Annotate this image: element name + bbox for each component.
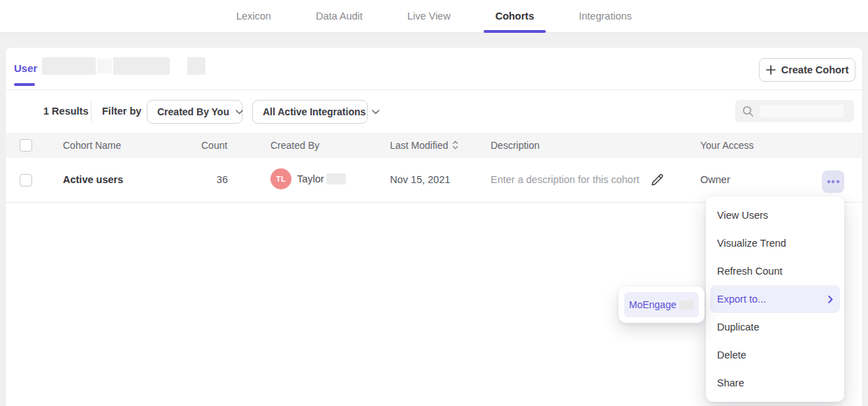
nav-tab-lexicon[interactable]: Lexicon	[224, 0, 283, 32]
divider	[91, 101, 92, 122]
nav-tab-data-audit[interactable]: Data Audit	[304, 0, 375, 32]
created-by-cell: TL Taylor	[270, 168, 346, 189]
redacted-tab[interactable]	[187, 57, 205, 75]
menu-item-visualize-trend[interactable]: Visualize Trend	[706, 229, 844, 257]
edit-description-pencil-icon[interactable]	[650, 173, 665, 187]
redacted-creator-surname	[326, 173, 346, 184]
redacted-search-placeholder	[760, 105, 844, 117]
header-description: Description	[491, 140, 540, 151]
results-count: 1 Results	[43, 106, 88, 117]
nav-tab-live-view[interactable]: Live View	[396, 0, 463, 32]
active-integrations-dropdown-value: All Active Integrations	[263, 106, 366, 117]
menu-item-delete[interactable]: Delete	[706, 341, 844, 369]
redacted-tab[interactable]	[113, 57, 170, 75]
more-options-icon	[827, 180, 830, 183]
create-cohort-label: Create Cohort	[781, 64, 849, 75]
header-last-modified[interactable]: Last Modified	[390, 140, 458, 152]
row-checkbox[interactable]	[20, 174, 32, 187]
last-modified-cell: Nov 15, 2021	[390, 174, 450, 185]
menu-item-share[interactable]: Share	[706, 369, 844, 397]
search-icon	[742, 105, 754, 117]
tab-user-underline	[14, 83, 35, 86]
access-cell: Owner	[700, 174, 730, 185]
created-by-dropdown-value: Created By You	[157, 106, 229, 117]
cohort-type-tabs: User Create Cohort	[6, 48, 862, 90]
create-cohort-button[interactable]: Create Cohort	[759, 58, 855, 82]
chevron-down-icon	[236, 110, 243, 115]
filter-by-label: Filter by	[102, 106, 141, 117]
top-navigation: Lexicon Data Audit Live View Cohorts Int…	[0, 0, 868, 33]
header-cohort-name: Cohort Name	[63, 140, 121, 151]
menu-item-refresh-count[interactable]: Refresh Count	[706, 257, 844, 285]
row-more-options-button[interactable]	[822, 171, 844, 193]
cohort-name-cell[interactable]: Active users	[63, 174, 123, 185]
menu-item-duplicate[interactable]: Duplicate	[706, 313, 844, 341]
sort-icon	[452, 140, 458, 152]
header-created-by: Created By	[270, 140, 319, 151]
header-last-modified-label: Last Modified	[390, 140, 448, 151]
header-count: Count	[201, 140, 227, 151]
created-by-dropdown[interactable]: Created By You	[147, 100, 243, 124]
tab-user[interactable]: User	[14, 62, 37, 74]
table-header-row: Cohort Name Count Created By Last Modifi…	[6, 133, 862, 158]
nav-tab-integrations[interactable]: Integrations	[567, 0, 644, 32]
redacted-submenu-suffix	[679, 300, 694, 310]
redacted-tab[interactable]	[42, 57, 96, 75]
select-all-checkbox[interactable]	[20, 139, 32, 152]
count-cell: 36	[201, 174, 228, 185]
search-input[interactable]	[735, 100, 854, 122]
menu-item-export-to[interactable]: Export to...	[710, 285, 840, 313]
creator-name: Taylor	[297, 173, 324, 184]
row-context-menu: View Users Visualize Trend Refresh Count…	[706, 196, 844, 402]
submenu-item-label: MoEngage	[629, 299, 677, 310]
chevron-right-icon	[828, 296, 833, 303]
chevron-down-icon	[372, 110, 379, 115]
menu-item-label: Export to...	[717, 293, 766, 305]
nav-tab-cohorts[interactable]: Cohorts	[484, 0, 547, 32]
redacted-tab[interactable]	[97, 59, 112, 73]
export-submenu: MoEngage	[619, 287, 704, 323]
plus-icon	[766, 65, 776, 75]
active-integrations-dropdown[interactable]: All Active Integrations	[252, 100, 368, 124]
filter-row: 1 Results Filter by Created By You All A…	[6, 90, 862, 133]
header-your-access: Your Access	[700, 140, 754, 151]
submenu-item-moengage[interactable]: MoEngage	[624, 292, 699, 317]
menu-item-view-users[interactable]: View Users	[706, 201, 844, 229]
description-field[interactable]: Enter a description for this cohort	[491, 174, 639, 185]
avatar: TL	[270, 168, 291, 189]
